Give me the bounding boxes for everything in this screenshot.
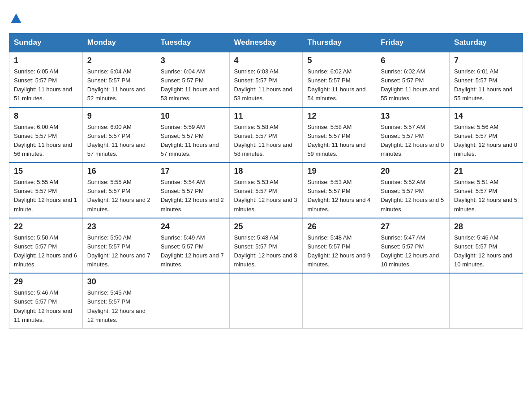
logo-triangle-icon xyxy=(11,13,21,23)
day-number: 20 xyxy=(381,167,445,176)
day-number: 30 xyxy=(87,277,151,287)
day-info: Sunrise: 6:05 AMSunset: 5:57 PMDaylight:… xyxy=(14,67,78,103)
day-number: 28 xyxy=(454,222,518,231)
weekday-header-sunday: Sunday xyxy=(9,34,83,52)
weekday-header-saturday: Saturday xyxy=(450,34,523,52)
calendar-cell: 14Sunrise: 5:56 AMSunset: 5:57 PMDayligh… xyxy=(450,107,523,163)
calendar-cell: 5Sunrise: 6:02 AMSunset: 5:57 PMDaylight… xyxy=(303,52,376,107)
calendar-cell: 20Sunrise: 5:52 AMSunset: 5:57 PMDayligh… xyxy=(376,163,450,218)
page-header xyxy=(9,9,523,24)
day-info: Sunrise: 5:48 AMSunset: 5:57 PMDaylight:… xyxy=(234,233,298,270)
day-info: Sunrise: 6:02 AMSunset: 5:57 PMDaylight:… xyxy=(381,67,445,103)
day-info: Sunrise: 5:47 AMSunset: 5:57 PMDaylight:… xyxy=(381,233,445,270)
calendar-cell: 21Sunrise: 5:51 AMSunset: 5:57 PMDayligh… xyxy=(450,163,523,218)
day-number: 1 xyxy=(14,56,78,65)
day-number: 14 xyxy=(454,111,518,121)
day-number: 16 xyxy=(87,167,151,176)
day-number: 13 xyxy=(381,111,445,121)
day-info: Sunrise: 5:55 AMSunset: 5:57 PMDaylight:… xyxy=(87,178,151,214)
calendar-cell xyxy=(303,273,376,328)
calendar-cell xyxy=(229,273,303,328)
day-info: Sunrise: 5:55 AMSunset: 5:57 PMDaylight:… xyxy=(14,178,78,214)
day-info: Sunrise: 5:57 AMSunset: 5:57 PMDaylight:… xyxy=(381,123,445,159)
day-number: 4 xyxy=(234,56,298,65)
calendar-cell: 30Sunrise: 5:45 AMSunset: 5:57 PMDayligh… xyxy=(82,273,156,328)
day-number: 3 xyxy=(161,56,225,65)
day-info: Sunrise: 5:53 AMSunset: 5:57 PMDaylight:… xyxy=(234,178,298,214)
weekday-header-thursday: Thursday xyxy=(303,34,376,52)
day-info: Sunrise: 6:02 AMSunset: 5:57 PMDaylight:… xyxy=(307,67,371,103)
calendar-table: SundayMondayTuesdayWednesdayThursdayFrid… xyxy=(9,33,523,329)
day-info: Sunrise: 5:59 AMSunset: 5:57 PMDaylight:… xyxy=(161,123,225,159)
day-number: 9 xyxy=(87,111,151,121)
day-info: Sunrise: 6:00 AMSunset: 5:57 PMDaylight:… xyxy=(14,123,78,159)
calendar-cell: 22Sunrise: 5:50 AMSunset: 5:57 PMDayligh… xyxy=(9,218,83,274)
calendar-cell: 24Sunrise: 5:49 AMSunset: 5:57 PMDayligh… xyxy=(156,218,229,274)
day-number: 23 xyxy=(87,222,151,231)
calendar-cell: 9Sunrise: 6:00 AMSunset: 5:57 PMDaylight… xyxy=(82,107,156,163)
week-row-5: 29Sunrise: 5:46 AMSunset: 5:57 PMDayligh… xyxy=(9,273,523,328)
weekday-header-friday: Friday xyxy=(376,34,450,52)
day-number: 29 xyxy=(14,277,78,287)
weekday-header-wednesday: Wednesday xyxy=(229,34,303,52)
calendar-cell: 7Sunrise: 6:01 AMSunset: 5:57 PMDaylight… xyxy=(450,52,523,107)
day-number: 12 xyxy=(307,111,371,121)
calendar-cell: 16Sunrise: 5:55 AMSunset: 5:57 PMDayligh… xyxy=(82,163,156,218)
day-info: Sunrise: 5:46 AMSunset: 5:57 PMDaylight:… xyxy=(454,233,518,270)
calendar-cell: 3Sunrise: 6:04 AMSunset: 5:57 PMDaylight… xyxy=(156,52,229,107)
day-number: 15 xyxy=(14,167,78,176)
calendar-cell: 23Sunrise: 5:50 AMSunset: 5:57 PMDayligh… xyxy=(82,218,156,274)
day-info: Sunrise: 5:58 AMSunset: 5:57 PMDaylight:… xyxy=(234,123,298,159)
day-info: Sunrise: 5:51 AMSunset: 5:57 PMDaylight:… xyxy=(454,178,518,214)
calendar-cell: 12Sunrise: 5:58 AMSunset: 5:57 PMDayligh… xyxy=(303,107,376,163)
calendar-cell: 27Sunrise: 5:47 AMSunset: 5:57 PMDayligh… xyxy=(376,218,450,274)
day-info: Sunrise: 5:53 AMSunset: 5:57 PMDaylight:… xyxy=(307,178,371,214)
week-row-4: 22Sunrise: 5:50 AMSunset: 5:57 PMDayligh… xyxy=(9,218,523,274)
logo xyxy=(9,13,21,24)
calendar-cell: 28Sunrise: 5:46 AMSunset: 5:57 PMDayligh… xyxy=(450,218,523,274)
day-info: Sunrise: 5:52 AMSunset: 5:57 PMDaylight:… xyxy=(381,178,445,214)
day-info: Sunrise: 6:04 AMSunset: 5:57 PMDaylight:… xyxy=(87,67,151,103)
day-number: 22 xyxy=(14,222,78,231)
day-info: Sunrise: 5:50 AMSunset: 5:57 PMDaylight:… xyxy=(14,233,78,270)
day-info: Sunrise: 5:56 AMSunset: 5:57 PMDaylight:… xyxy=(454,123,518,159)
day-info: Sunrise: 6:01 AMSunset: 5:57 PMDaylight:… xyxy=(454,67,518,103)
day-number: 8 xyxy=(14,111,78,121)
calendar-cell: 8Sunrise: 6:00 AMSunset: 5:57 PMDaylight… xyxy=(9,107,83,163)
day-number: 17 xyxy=(161,167,225,176)
week-row-1: 1Sunrise: 6:05 AMSunset: 5:57 PMDaylight… xyxy=(9,52,523,107)
day-number: 6 xyxy=(381,56,445,65)
week-row-2: 8Sunrise: 6:00 AMSunset: 5:57 PMDaylight… xyxy=(9,107,523,163)
day-number: 21 xyxy=(454,167,518,176)
day-info: Sunrise: 6:04 AMSunset: 5:57 PMDaylight:… xyxy=(161,67,225,103)
calendar-cell: 13Sunrise: 5:57 AMSunset: 5:57 PMDayligh… xyxy=(376,107,450,163)
calendar-cell: 11Sunrise: 5:58 AMSunset: 5:57 PMDayligh… xyxy=(229,107,303,163)
day-number: 19 xyxy=(307,167,371,176)
day-info: Sunrise: 5:45 AMSunset: 5:57 PMDaylight:… xyxy=(87,288,151,325)
weekday-header-row: SundayMondayTuesdayWednesdayThursdayFrid… xyxy=(9,34,523,52)
day-info: Sunrise: 5:46 AMSunset: 5:57 PMDaylight:… xyxy=(14,288,78,325)
calendar-cell xyxy=(376,273,450,328)
calendar-cell: 18Sunrise: 5:53 AMSunset: 5:57 PMDayligh… xyxy=(229,163,303,218)
day-number: 2 xyxy=(87,56,151,65)
day-number: 10 xyxy=(161,111,225,121)
calendar-cell: 15Sunrise: 5:55 AMSunset: 5:57 PMDayligh… xyxy=(9,163,83,218)
day-info: Sunrise: 6:00 AMSunset: 5:57 PMDaylight:… xyxy=(87,123,151,159)
day-number: 18 xyxy=(234,167,298,176)
calendar-cell: 17Sunrise: 5:54 AMSunset: 5:57 PMDayligh… xyxy=(156,163,229,218)
day-number: 27 xyxy=(381,222,445,231)
day-info: Sunrise: 5:58 AMSunset: 5:57 PMDaylight:… xyxy=(307,123,371,159)
calendar-cell: 4Sunrise: 6:03 AMSunset: 5:57 PMDaylight… xyxy=(229,52,303,107)
day-number: 7 xyxy=(454,56,518,65)
day-info: Sunrise: 6:03 AMSunset: 5:57 PMDaylight:… xyxy=(234,67,298,103)
day-info: Sunrise: 5:54 AMSunset: 5:57 PMDaylight:… xyxy=(161,178,225,214)
calendar-cell: 10Sunrise: 5:59 AMSunset: 5:57 PMDayligh… xyxy=(156,107,229,163)
weekday-header-monday: Monday xyxy=(82,34,156,52)
calendar-cell xyxy=(450,273,523,328)
day-info: Sunrise: 5:48 AMSunset: 5:57 PMDaylight:… xyxy=(307,233,371,270)
day-number: 5 xyxy=(307,56,371,65)
calendar-cell: 6Sunrise: 6:02 AMSunset: 5:57 PMDaylight… xyxy=(376,52,450,107)
calendar-cell: 2Sunrise: 6:04 AMSunset: 5:57 PMDaylight… xyxy=(82,52,156,107)
day-number: 25 xyxy=(234,222,298,231)
week-row-3: 15Sunrise: 5:55 AMSunset: 5:57 PMDayligh… xyxy=(9,163,523,218)
